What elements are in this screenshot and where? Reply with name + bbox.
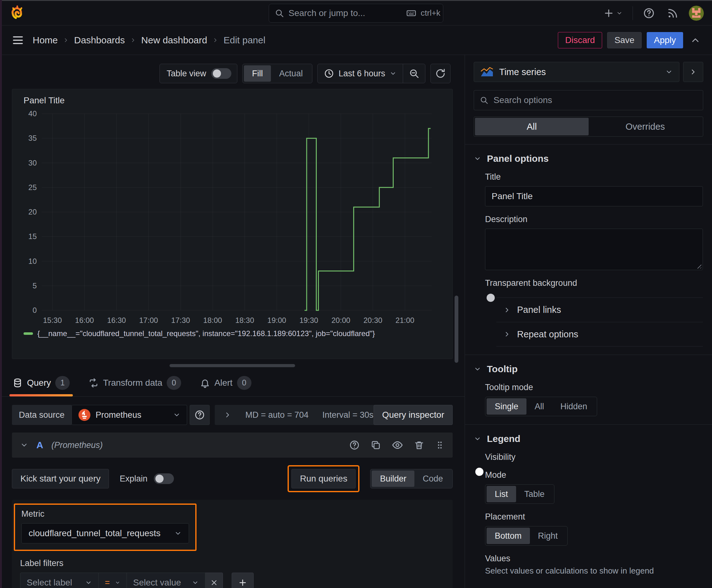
duplicate-query-icon[interactable] — [370, 440, 381, 450]
panel-options-header[interactable]: Panel options — [465, 150, 712, 167]
repeat-options-row[interactable]: Repeat options — [496, 322, 703, 346]
search-icon — [275, 8, 284, 18]
datasource-help-button[interactable] — [190, 405, 210, 425]
run-queries-highlight: Run queries — [287, 465, 360, 492]
builder-code-segmented: Builder Code — [370, 469, 453, 488]
collapse-options-pane-button[interactable] — [683, 62, 703, 82]
code-option[interactable]: Code — [414, 470, 451, 487]
refresh-icon — [435, 68, 446, 79]
fill-option[interactable]: Fill — [244, 65, 271, 82]
legend-series-name[interactable]: {__name__="cloudflared_tunnel_total_requ… — [37, 329, 375, 338]
menu-toggle-button[interactable] — [9, 32, 26, 49]
legend-header[interactable]: Legend — [465, 430, 712, 447]
add-filter-button[interactable] — [232, 573, 254, 588]
breadcrumb-dashboards[interactable]: Dashboards — [74, 35, 125, 45]
chevron-right-icon — [223, 411, 232, 419]
save-button[interactable]: Save — [607, 32, 642, 48]
select-value-dropdown[interactable]: Select value — [127, 573, 205, 588]
datasource-picker[interactable]: Prometheus — [71, 405, 187, 425]
legend-series-swatch[interactable] — [24, 332, 33, 335]
tooltip-header[interactable]: Tooltip — [465, 361, 712, 378]
builder-option[interactable]: Builder — [372, 470, 414, 487]
panel-title-input[interactable] — [485, 186, 703, 206]
operator-dropdown[interactable]: = — [99, 573, 127, 588]
tooltip-mode-single[interactable]: Single — [487, 398, 526, 415]
breadcrumb-bar: Home Dashboards New dashboard Edit panel… — [0, 25, 712, 55]
metric-select[interactable]: cloudflared_tunnel_total_requests — [21, 523, 189, 543]
chevron-down-icon — [474, 155, 481, 162]
refresh-button[interactable] — [430, 64, 451, 83]
chart-legend: {__name__="cloudflared_tunnel_total_requ… — [19, 329, 446, 338]
query-row-header[interactable]: A (Prometheus) — [12, 433, 453, 458]
tab-alert[interactable]: Alert 0 — [200, 369, 252, 396]
remove-filter-button[interactable] — [205, 573, 223, 588]
tooltip-section: Tooltip Tooltip mode Single All Hidden — [465, 355, 712, 424]
select-label-dropdown[interactable]: Select label — [20, 573, 99, 588]
news-button[interactable] — [665, 5, 681, 21]
collapse-header-button[interactable] — [688, 33, 703, 47]
add-new-button[interactable] — [601, 6, 624, 21]
legend-title: Legend — [487, 434, 520, 444]
tooltip-mode-all[interactable]: All — [526, 398, 552, 415]
drag-handle-icon[interactable] — [435, 440, 445, 450]
panel-preview[interactable]: Panel Title 051015202530354015:3016:0016… — [12, 89, 453, 359]
tooltip-mode-hidden[interactable]: Hidden — [552, 398, 596, 415]
table-view-toggle[interactable] — [211, 68, 231, 79]
top-nav: ctrl+k — [0, 1, 712, 25]
time-series-chart[interactable]: 051015202530354015:3016:0016:3017:0017:3… — [19, 109, 446, 329]
options-search[interactable] — [474, 90, 703, 110]
toggle-visibility-icon[interactable] — [392, 439, 403, 451]
actual-option[interactable]: Actual — [271, 65, 311, 82]
svg-text:0: 0 — [33, 306, 37, 314]
tab-transform-count: 0 — [167, 376, 181, 390]
tab-transform-data[interactable]: Transform data 0 — [88, 369, 181, 396]
apply-button[interactable]: Apply — [647, 32, 683, 48]
svg-text:25: 25 — [28, 183, 37, 192]
breadcrumb-new-dashboard[interactable]: New dashboard — [141, 35, 207, 45]
query-inspector-button[interactable]: Query inspector — [373, 405, 453, 425]
time-range-label: Last 6 hours — [339, 69, 385, 79]
panel-options-sidebar: Time series All Overrides Panel options — [465, 55, 712, 588]
discard-button[interactable]: Discard — [558, 32, 602, 48]
run-queries-button[interactable]: Run queries — [291, 469, 356, 488]
hamburger-icon — [11, 34, 24, 47]
label-filters-label: Label filters — [20, 559, 445, 568]
window-left-edge — [0, 0, 2, 588]
legend-placement-bottom[interactable]: Bottom — [487, 528, 530, 544]
chevron-right-icon — [63, 37, 69, 43]
chevron-down-icon — [174, 530, 182, 537]
help-circle-icon — [194, 410, 205, 420]
panel-links-row[interactable]: Panel links — [496, 297, 703, 322]
svg-text:30: 30 — [28, 159, 37, 167]
global-search[interactable]: ctrl+k — [269, 4, 443, 23]
legend-mode-table[interactable]: Table — [516, 486, 553, 502]
database-icon — [13, 378, 23, 388]
query-toolbar: Kick start your query Explain Run querie… — [12, 458, 453, 500]
legend-placement-right[interactable]: Right — [530, 528, 566, 544]
svg-text:18:00: 18:00 — [203, 316, 222, 324]
zoom-out-button[interactable] — [403, 64, 425, 83]
time-range-picker[interactable]: Last 6 hours — [318, 64, 403, 83]
chevron-down-icon[interactable] — [20, 441, 28, 449]
user-avatar[interactable] — [689, 6, 704, 21]
chevron-right-icon — [130, 37, 136, 43]
panel-description-textarea[interactable] — [485, 229, 703, 270]
options-search-input[interactable] — [494, 95, 697, 105]
grafana-logo-icon[interactable] — [8, 4, 26, 22]
breadcrumb-home[interactable]: Home — [33, 35, 58, 45]
help-button[interactable] — [641, 5, 657, 21]
select-value-placeholder: Select value — [133, 578, 187, 588]
delete-query-icon[interactable] — [414, 440, 425, 450]
query-help-icon[interactable] — [349, 440, 360, 450]
tab-all[interactable]: All — [475, 118, 589, 135]
rss-icon — [667, 7, 679, 19]
explain-toggle[interactable] — [154, 474, 174, 484]
legend-mode-list[interactable]: List — [487, 486, 516, 502]
search-input[interactable] — [288, 8, 402, 18]
vertical-scrollbar[interactable] — [455, 296, 458, 363]
panel-resize-handle[interactable] — [170, 364, 295, 367]
tab-overrides[interactable]: Overrides — [589, 118, 702, 135]
visualization-picker[interactable]: Time series — [474, 62, 679, 82]
tab-query[interactable]: Query 1 — [13, 369, 70, 396]
kick-start-query-button[interactable]: Kick start your query — [12, 469, 109, 488]
